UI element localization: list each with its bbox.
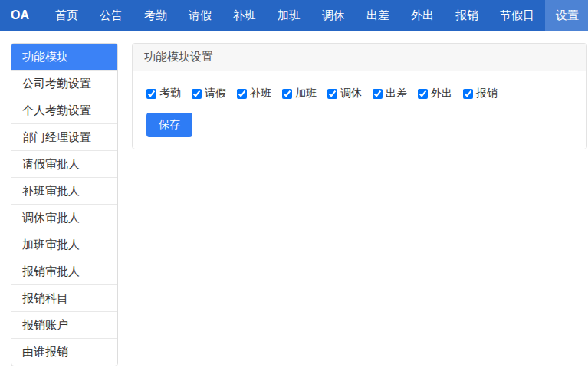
- top-navbar: OA 首页公告考勤请假补班加班调休出差外出报销节假日设置: [0, 0, 588, 31]
- module-checkbox-label: 请假: [205, 87, 226, 100]
- nav-menu: 首页公告考勤请假补班加班调休出差外出报销节假日设置: [44, 0, 588, 31]
- sidebar-item-reimbursement-approver[interactable]: 报销审批人: [11, 258, 117, 285]
- content-area: 功能模块公司考勤设置个人考勤设置部门经理设置请假审批人补班审批人调休审批人加班审…: [0, 31, 588, 366]
- module-checkbox-label: 调休: [340, 87, 362, 100]
- module-checkbox-leave[interactable]: 请假: [192, 87, 226, 100]
- nav-item-home[interactable]: 首页: [44, 0, 89, 31]
- module-checkbox-input[interactable]: [418, 89, 428, 99]
- module-checkbox-reimbursement[interactable]: 报销: [463, 87, 498, 100]
- brand-logo[interactable]: OA: [11, 0, 29, 31]
- sidebar-item-company-attendance-settings[interactable]: 公司考勤设置: [11, 71, 117, 97]
- nav-item-comp-leave[interactable]: 调休: [311, 0, 356, 31]
- nav-item-overtime[interactable]: 加班: [267, 0, 311, 31]
- function-modules-panel: 功能模块设置 考勤 请假 补班 加班 调休 出差 外出 报销 保存: [132, 43, 587, 149]
- nav-item-reimbursement[interactable]: 报销: [445, 0, 489, 31]
- settings-sidebar: 功能模块公司考勤设置个人考勤设置部门经理设置请假审批人补班审批人调休审批人加班审…: [11, 43, 118, 366]
- module-checkbox-input[interactable]: [192, 89, 202, 99]
- module-checkbox-label: 补班: [250, 87, 271, 100]
- nav-item-makeup-shift[interactable]: 补班: [222, 0, 267, 31]
- module-checkbox-business-trip[interactable]: 出差: [373, 87, 407, 100]
- module-checkbox-label: 外出: [431, 87, 452, 100]
- sidebar-item-personal-attendance-settings[interactable]: 个人考勤设置: [11, 97, 117, 124]
- main-area: 功能模块设置 考勤 请假 补班 加班 调休 出差 外出 报销 保存: [132, 43, 587, 149]
- module-checkbox-group: 考勤 请假 补班 加班 调休 出差 外出 报销: [146, 87, 575, 100]
- save-button[interactable]: 保存: [146, 113, 192, 137]
- module-checkbox-input[interactable]: [282, 89, 292, 99]
- module-checkbox-overtime[interactable]: 加班: [282, 87, 317, 100]
- nav-item-attendance[interactable]: 考勤: [133, 0, 178, 31]
- module-checkbox-label: 报销: [476, 87, 498, 100]
- panel-title: 功能模块设置: [133, 44, 586, 71]
- sidebar-item-makeup-shift-approver[interactable]: 补班审批人: [11, 178, 117, 205]
- module-checkbox-label: 加班: [295, 87, 317, 100]
- nav-item-settings[interactable]: 设置: [545, 0, 588, 31]
- module-checkbox-comp-leave[interactable]: 调休: [327, 87, 362, 100]
- module-checkbox-input[interactable]: [463, 89, 473, 99]
- nav-item-holiday[interactable]: 节假日: [489, 0, 545, 31]
- sidebar-item-department-manager-settings[interactable]: 部门经理设置: [11, 124, 117, 151]
- sidebar-item-reimbursement-account[interactable]: 报销账户: [11, 312, 117, 339]
- nav-item-out[interactable]: 外出: [400, 0, 445, 31]
- sidebar-item-overtime-approver[interactable]: 加班审批人: [11, 231, 117, 258]
- module-checkbox-input[interactable]: [146, 89, 156, 99]
- sidebar-item-reimbursement-category[interactable]: 报销科目: [11, 285, 117, 312]
- module-checkbox-input[interactable]: [237, 89, 247, 99]
- module-checkbox-label: 考勤: [159, 87, 181, 100]
- module-checkbox-out[interactable]: 外出: [418, 87, 452, 100]
- nav-item-business-trip[interactable]: 出差: [356, 0, 400, 31]
- module-checkbox-input[interactable]: [327, 89, 337, 99]
- nav-item-announcement[interactable]: 公告: [89, 0, 133, 31]
- panel-body: 考勤 请假 补班 加班 调休 出差 外出 报销 保存: [133, 71, 586, 149]
- sidebar-item-leave-approver[interactable]: 请假审批人: [11, 151, 117, 178]
- module-checkbox-label: 出差: [386, 87, 407, 100]
- module-checkbox-attendance[interactable]: 考勤: [146, 87, 181, 100]
- nav-item-leave[interactable]: 请假: [178, 0, 222, 31]
- module-checkbox-makeup-shift[interactable]: 补班: [237, 87, 271, 100]
- module-checkbox-input[interactable]: [373, 89, 383, 99]
- sidebar-item-reimbursed-by[interactable]: 由谁报销: [11, 339, 117, 366]
- sidebar-item-comp-leave-approver[interactable]: 调休审批人: [11, 205, 117, 231]
- sidebar-item-function-modules[interactable]: 功能模块: [11, 44, 117, 71]
